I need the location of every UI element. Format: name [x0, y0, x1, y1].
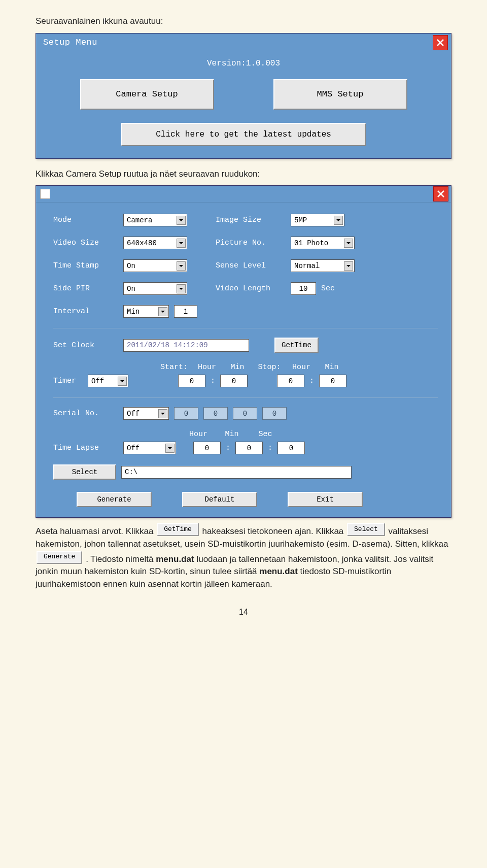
- setup-menu-titlebar: Setup Menu: [36, 34, 451, 52]
- side-pir-label: Side PIR: [53, 284, 118, 293]
- gettime-inline-button: GetTime: [157, 523, 199, 536]
- menu-dat-bold: menu.dat: [156, 554, 194, 564]
- divider: [53, 397, 438, 398]
- interval-label: Interval: [53, 307, 118, 316]
- hour-label: Hour: [289, 363, 314, 372]
- chevron-down-icon: [118, 377, 127, 386]
- timer-select[interactable]: Off: [88, 375, 128, 387]
- mode-select[interactable]: Camera: [123, 214, 187, 226]
- start-hour-input[interactable]: 0: [178, 375, 205, 387]
- menu-dat-bold: menu.dat: [259, 566, 298, 576]
- select-inline-button: Select: [347, 523, 385, 536]
- hour-label: Hour: [194, 363, 220, 372]
- interval-input[interactable]: 1: [174, 305, 197, 318]
- picture-no-select[interactable]: 01 Photo: [291, 237, 355, 249]
- side-pir-select[interactable]: On: [123, 282, 187, 295]
- gettime-button[interactable]: GetTime: [274, 338, 319, 353]
- chevron-down-icon: [177, 284, 186, 293]
- image-size-select[interactable]: 5MP: [291, 214, 344, 226]
- time-lapse-label: Time Lapse: [53, 444, 118, 452]
- camera-setup-titlebar: [36, 186, 451, 203]
- intro-text: Seuraavanlainen ikkuna avautuu:: [36, 15, 451, 28]
- serial-no-label: Serial No.: [53, 409, 118, 418]
- generate-button[interactable]: Generate: [77, 492, 152, 507]
- min-label: Min: [319, 363, 344, 372]
- chevron-down-icon: [344, 239, 353, 248]
- setup-menu-title: Setup Menu: [43, 38, 97, 47]
- interval-select[interactable]: Min: [123, 305, 169, 318]
- hour-label: Hour: [184, 430, 213, 439]
- select-button[interactable]: Select: [53, 464, 116, 480]
- camera-setup-button[interactable]: Camera Setup: [80, 79, 214, 110]
- generate-inline-button: Generate: [37, 551, 82, 564]
- mms-setup-button[interactable]: MMS Setup: [273, 79, 407, 110]
- chevron-down-icon: [177, 261, 186, 271]
- start-label: Start:: [159, 363, 189, 372]
- path-input[interactable]: C:\: [121, 466, 352, 479]
- setup-menu-window: Setup Menu Version:1.0.003 Camera Setup …: [36, 33, 451, 159]
- video-length-label: Video Length: [216, 284, 286, 293]
- exit-button[interactable]: Exit: [288, 492, 363, 507]
- tl-hour-input[interactable]: 0: [193, 442, 221, 454]
- video-size-label: Video Size: [53, 239, 118, 247]
- min-label: Min: [218, 430, 246, 439]
- chevron-down-icon: [158, 409, 167, 418]
- min-label: Min: [225, 363, 250, 372]
- time-lapse-select[interactable]: Off: [123, 442, 176, 454]
- serial-d2[interactable]: 0: [203, 407, 228, 420]
- time-stamp-label: Time Stamp: [53, 261, 118, 270]
- chevron-down-icon: [165, 444, 175, 453]
- image-size-label: Image Size: [216, 216, 286, 224]
- sense-level-select[interactable]: Normal: [291, 259, 355, 272]
- stop-label: Stop:: [255, 363, 284, 372]
- clock-input[interactable]: 2011/02/18 14:12:09: [123, 339, 249, 352]
- picture-no-label: Picture No.: [216, 239, 286, 247]
- chevron-down-icon: [177, 239, 186, 248]
- chevron-down-icon: [158, 307, 167, 316]
- close-icon[interactable]: [433, 186, 448, 202]
- serial-d1[interactable]: 0: [174, 407, 198, 420]
- instructions-paragraph: Aseta haluamasi arvot. Klikkaa GetTime h…: [36, 523, 451, 590]
- divider: [53, 328, 438, 328]
- chevron-down-icon: [177, 216, 186, 225]
- time-stamp-select[interactable]: On: [123, 259, 187, 272]
- sense-level-label: Sense Level: [216, 261, 286, 270]
- serial-no-select[interactable]: Off: [123, 407, 169, 420]
- set-clock-label: Set Clock: [53, 341, 118, 350]
- serial-d3[interactable]: 0: [233, 407, 257, 420]
- stop-min-input[interactable]: 0: [319, 375, 346, 387]
- version-label: Version:1.0.003: [50, 59, 437, 68]
- default-button[interactable]: Default: [182, 492, 257, 507]
- chevron-down-icon: [344, 261, 353, 271]
- camera-setup-window: Mode Camera Image Size 5MP Video Size 64…: [36, 185, 451, 518]
- updates-button[interactable]: Click here to get the latest updates: [121, 123, 366, 146]
- tl-min-input[interactable]: 0: [235, 442, 263, 454]
- after-setup-text: Klikkaa Camera Setup ruutua ja näet seur…: [36, 168, 451, 181]
- timer-label: Timer: [53, 377, 83, 385]
- video-size-select[interactable]: 640x480: [123, 237, 187, 249]
- close-icon[interactable]: [433, 35, 448, 50]
- page-number: 14: [36, 608, 451, 617]
- serial-d4[interactable]: 0: [262, 407, 287, 420]
- video-length-input[interactable]: 10: [291, 282, 316, 295]
- start-min-input[interactable]: 0: [220, 375, 248, 387]
- stop-hour-input[interactable]: 0: [277, 375, 304, 387]
- document-icon: [40, 189, 50, 199]
- sec-label: Sec: [251, 430, 280, 439]
- tl-sec-input[interactable]: 0: [277, 442, 305, 454]
- mode-label: Mode: [53, 216, 118, 224]
- sec-label: Sec: [321, 284, 335, 293]
- chevron-down-icon: [334, 216, 343, 225]
